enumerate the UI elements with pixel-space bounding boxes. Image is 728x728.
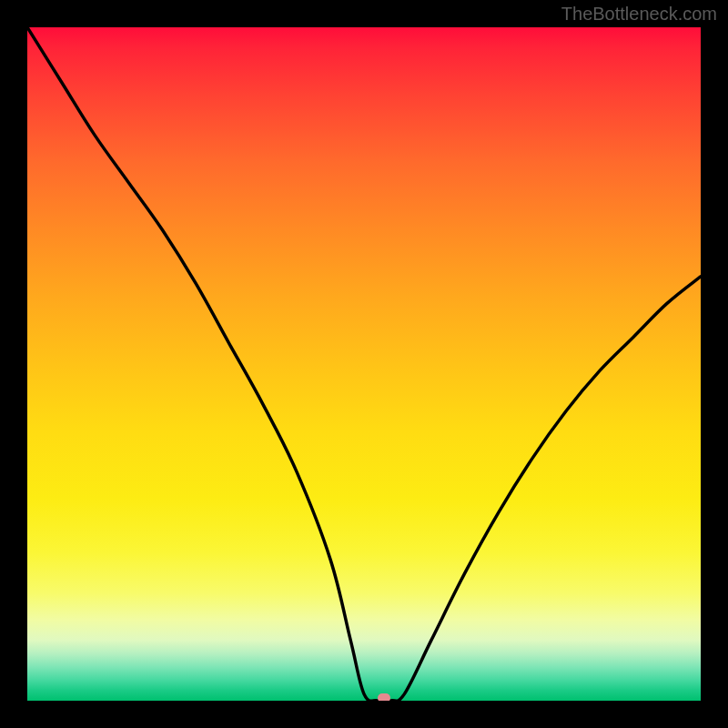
bottleneck-curve-path (27, 27, 701, 701)
watermark-text: TheBottleneck.com (561, 4, 717, 25)
chart-plot-area (27, 27, 701, 701)
optimal-point-marker (378, 693, 390, 701)
bottleneck-curve-svg (27, 27, 701, 701)
